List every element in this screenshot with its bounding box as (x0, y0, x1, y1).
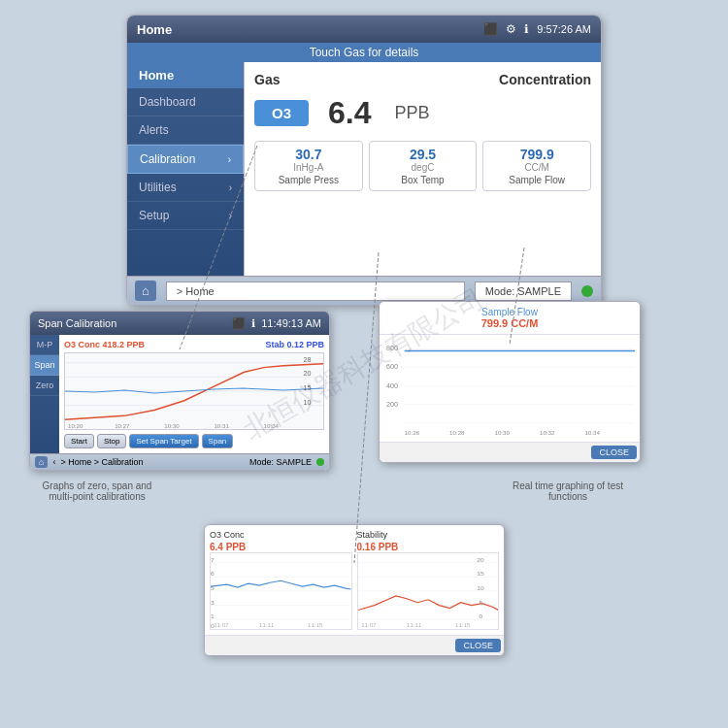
gas-badge[interactable]: O3 (254, 100, 309, 126)
sidebar-label-utilities: Utilities (139, 181, 177, 194)
span-left-sidebar: M-P Span Zero (30, 335, 59, 453)
flow-title: Sample Flow (387, 307, 632, 317)
svg-text:20: 20 (477, 556, 484, 563)
status-indicator (581, 285, 593, 297)
span-graph: 28 20 15 10 10:20 10:27 10:30 10:31 10:3… (64, 352, 324, 430)
info-icon[interactable]: ℹ (524, 22, 529, 36)
title-bar: Home ⬛ ⚙ ℹ 9:57:26 AM (127, 16, 601, 43)
span-info-icon[interactable]: ℹ (251, 317, 255, 330)
start-button[interactable]: Start (64, 434, 94, 448)
sidebar-label-setup: Setup (139, 209, 169, 222)
svg-text:20: 20 (304, 371, 312, 378)
chevron-right-icon: › (229, 182, 232, 193)
svg-text:10:30: 10:30 (495, 430, 511, 436)
svg-text:11:15: 11:15 (455, 622, 470, 628)
svg-text:11:11: 11:11 (259, 622, 274, 628)
svg-text:11:11: 11:11 (407, 622, 421, 628)
sidebar-item-utilities[interactable]: Utilities › (127, 174, 244, 202)
home-button[interactable]: ⌂ (135, 281, 156, 301)
sidebar: Home Dashboard Alerts Calibration › Util… (127, 62, 244, 276)
svg-text:800: 800 (386, 346, 398, 352)
svg-text:10:30: 10:30 (164, 423, 180, 429)
svg-text:10:34: 10:34 (584, 430, 600, 436)
flow-close-bar: CLOSE (380, 442, 640, 462)
span-item-span[interactable]: Span (30, 355, 59, 376)
sidebar-item-dashboard[interactable]: Dashboard (127, 88, 244, 116)
bottom-o3-title: O3 Conc (210, 530, 352, 540)
svg-text:10:27: 10:27 (115, 423, 130, 429)
flow-window: Sample Flow 799.9 CC/M 800 600 400 200 1… (379, 301, 641, 463)
svg-text:28: 28 (304, 356, 312, 363)
svg-text:200: 200 (386, 401, 398, 408)
span-content: M-P Span Zero O3 Conc 418.2 PPB Stab 0.1… (30, 335, 329, 453)
flow-close-button[interactable]: CLOSE (591, 446, 637, 459)
bottom-o3-value: 6.4 PPB (210, 542, 352, 552)
svg-text:600: 600 (386, 364, 398, 371)
reading-sample-press: 30.7 InHg-A Sample Press (254, 141, 363, 191)
span-exit-icon[interactable]: ⬛ (232, 317, 246, 330)
box-temp-label: Box Temp (376, 175, 471, 185)
svg-text:1: 1 (211, 613, 215, 620)
svg-text:10:34: 10:34 (264, 423, 280, 429)
exit-icon[interactable]: ⬛ (483, 22, 498, 36)
svg-text:15: 15 (477, 571, 484, 578)
span-item-mp[interactable]: M-P (30, 335, 59, 355)
title-bar-icons: ⬛ ⚙ ℹ 9:57:26 AM (483, 22, 591, 36)
stop-button[interactable]: Stop (97, 434, 126, 448)
concentration-column-header: Concentration (499, 72, 591, 87)
main-content: Home Dashboard Alerts Calibration › Util… (127, 62, 601, 276)
gear-icon[interactable]: ⚙ (506, 22, 516, 36)
sidebar-label-alerts: Alerts (139, 123, 169, 137)
status-mode: Mode: SAMPLE (475, 281, 572, 301)
main-title: Home (137, 22, 172, 37)
bottom-chart-window: O3 Conc 6.4 PPB 7 6 5 3 1 0 11:07 (204, 524, 505, 656)
gas-column-header: Gas (254, 72, 280, 87)
svg-text:10: 10 (477, 584, 484, 591)
main-window: Home ⬛ ⚙ ℹ 9:57:26 AM Touch Gas for deta… (126, 15, 602, 306)
sidebar-item-alerts[interactable]: Alerts (127, 116, 244, 145)
sidebar-item-calibration[interactable]: Calibration › (127, 145, 244, 174)
reading-sample-flow: 799.9 CC/M Sample Flow (482, 141, 591, 191)
sample-press-unit: InHg-A (261, 162, 356, 173)
span-status-dot (316, 458, 324, 466)
caption-left: Graphs of zero, span and multi-point cal… (34, 480, 160, 502)
svg-text:10:28: 10:28 (449, 430, 465, 436)
sample-flow-unit: CC/M (489, 162, 584, 173)
sidebar-home[interactable]: Home (127, 62, 244, 88)
span-home-button[interactable]: ⌂ (35, 456, 48, 468)
concentration-unit: PPB (395, 103, 430, 123)
span-status-path: > Home > Calibration (60, 457, 245, 467)
span-o3-label: O3 Conc 418.2 PPB (64, 340, 145, 349)
span-button[interactable]: Span (202, 434, 234, 448)
flow-graph: 800 600 400 200 10:26 10:28 10:30 10:32 … (380, 335, 640, 442)
span-item-zero[interactable]: Zero (30, 376, 59, 396)
svg-text:15: 15 (304, 384, 312, 391)
svg-text:11:15: 11:15 (308, 622, 322, 628)
sample-press-value: 30.7 (261, 147, 356, 162)
set-span-target-button[interactable]: Set Span Target (129, 434, 198, 448)
chevron-right-icon: › (228, 154, 231, 165)
span-title: Span Calibration (38, 317, 116, 329)
svg-text:3: 3 (211, 599, 215, 606)
span-chart-svg: 28 20 15 10 10:20 10:27 10:30 10:31 10:3… (65, 353, 323, 429)
touch-gas-bar[interactable]: Touch Gas for details (127, 43, 601, 62)
bottom-stab-title: Stability (357, 530, 500, 540)
span-status-mode: Mode: SAMPLE (249, 457, 312, 467)
gas-header: Gas Concentration (254, 72, 591, 87)
bottom-stab-section: Stability 0.16 PPB 20 15 10 5 0 11:07 11… (357, 530, 500, 630)
sample-flow-label: Sample Flow (489, 175, 584, 185)
sidebar-item-setup[interactable]: Setup › (127, 202, 244, 230)
box-temp-unit: degC (376, 162, 471, 173)
status-path: > Home (166, 281, 465, 301)
bottom-close-button[interactable]: CLOSE (455, 639, 501, 652)
clock: 9:57:26 AM (537, 23, 591, 35)
chevron-right-icon: › (229, 211, 232, 221)
svg-text:11:07: 11:07 (361, 622, 376, 628)
gas-panel: Gas Concentration O3 6.4 PPB 30.7 InHg-A… (244, 62, 601, 276)
span-back-icon[interactable]: ‹ (52, 457, 55, 467)
svg-text:10:20: 10:20 (68, 423, 83, 429)
sidebar-label-dashboard: Dashboard (139, 95, 196, 109)
sidebar-label-calibration: Calibration (140, 152, 195, 166)
span-title-bar: Span Calibration ⬛ ℹ 11:49:13 AM (30, 312, 329, 335)
span-status-bar: ⌂ ‹ > Home > Calibration Mode: SAMPLE (30, 453, 329, 470)
